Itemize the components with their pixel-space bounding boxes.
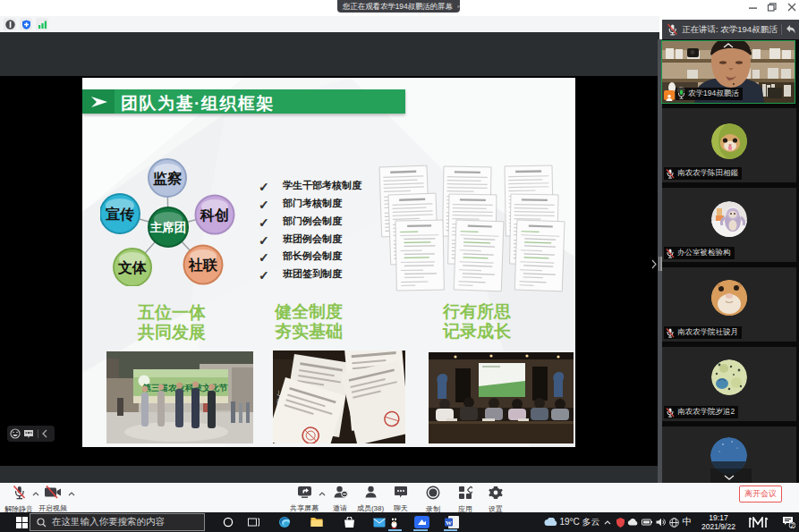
svg-text:主席团: 主席团 (149, 221, 187, 234)
svg-text:2: 2 (790, 522, 794, 528)
svg-text:科创: 科创 (200, 207, 229, 223)
svg-text:监察: 监察 (153, 170, 183, 186)
svg-text:第三届农业科技文化节: 第三届农业科技文化节 (142, 383, 229, 393)
svg-text:社联: 社联 (188, 258, 218, 273)
svg-text:文体: 文体 (117, 259, 147, 275)
svg-text:宣传: 宣传 (106, 206, 134, 222)
svg-text:W: W (446, 519, 452, 527)
